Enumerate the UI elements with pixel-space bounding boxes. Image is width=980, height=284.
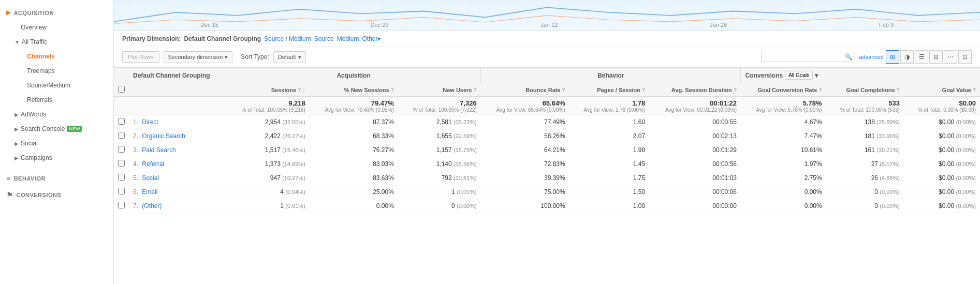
- sidebar-item-social[interactable]: ▶ Social: [0, 136, 113, 151]
- row-new-sessions: 83.63%: [310, 171, 398, 185]
- channel-link[interactable]: Direct: [142, 118, 158, 126]
- row-checkbox[interactable]: [118, 174, 125, 181]
- row-goal-completions: 26 (4.88%): [826, 171, 904, 185]
- select-all-header[interactable]: [114, 83, 129, 97]
- source-medium-link[interactable]: Source / Medium: [264, 35, 311, 42]
- select-all-checkbox[interactable]: [118, 86, 125, 93]
- row-checkbox-cell[interactable]: [114, 185, 129, 199]
- row-checkbox[interactable]: [118, 146, 125, 153]
- row-channel: 3. Paid Search: [129, 143, 227, 157]
- sidebar-item-search-console[interactable]: ▶ Search Console NEW: [0, 122, 113, 136]
- avg-session-info-icon: ?: [734, 87, 737, 93]
- sidebar-item-overview[interactable]: Overview: [0, 20, 113, 35]
- sidebar-behavior-header[interactable]: ≡ BEHAVIOR: [0, 170, 113, 187]
- row-new-sessions: 87.37%: [310, 115, 398, 129]
- sort-type-dropdown[interactable]: Default ▾: [273, 51, 306, 63]
- sidebar-item-adwords[interactable]: ▶ AdWords: [0, 107, 113, 122]
- channel-link[interactable]: Organic Search: [142, 132, 185, 140]
- row-checkbox[interactable]: [118, 160, 125, 167]
- social-label: Social: [21, 140, 38, 147]
- channel-link[interactable]: Email: [142, 188, 157, 196]
- sidebar-item-treemaps[interactable]: Treemaps: [0, 64, 113, 78]
- toolbar: Plot Rows Secondary dimension ▾ Sort Typ…: [114, 47, 980, 67]
- col-header-goal-value[interactable]: Goal Value ?: [904, 83, 980, 97]
- row-goal-value: $0.00 (0.00%): [904, 143, 980, 157]
- row-number: 7.: [133, 202, 138, 210]
- row-sessions-pct: (14.89%): [282, 161, 305, 167]
- list-view-button[interactable]: ☰: [915, 50, 928, 64]
- col-header-goal-completions[interactable]: Goal Completions ?: [826, 83, 904, 97]
- row-checkbox-cell[interactable]: [114, 129, 129, 143]
- totals-label: [129, 97, 227, 115]
- table-view-button[interactable]: ⊟: [929, 50, 943, 64]
- row-bounce-rate: 39.39%: [481, 171, 569, 185]
- row-goal-value: $0.00 (0.00%): [904, 129, 980, 143]
- col-header-new-sessions[interactable]: % New Sessions ?: [310, 83, 398, 97]
- row-pages-session: 1.98: [569, 143, 649, 157]
- row-checkbox-cell[interactable]: [114, 143, 129, 157]
- row-pages-session: 2.07: [569, 129, 649, 143]
- channel-link[interactable]: Paid Search: [142, 146, 175, 154]
- row-pages-session: 1.45: [569, 157, 649, 171]
- new-sessions-info-icon: ?: [391, 87, 394, 93]
- row-goal-value-pct: (0.00%): [956, 119, 976, 125]
- row-bounce-rate: 58.26%: [481, 129, 569, 143]
- all-goals-chevron-icon: ▾: [815, 72, 818, 79]
- sidebar-item-source-medium[interactable]: Source/Medium: [0, 78, 113, 93]
- totals-new-sessions-value: 79.47%: [314, 99, 394, 107]
- plot-rows-button[interactable]: Plot Rows: [122, 51, 159, 63]
- row-sessions: 2,422 (26.27%): [227, 129, 310, 143]
- grid-view-button[interactable]: ⊞: [886, 50, 899, 64]
- source-link[interactable]: Source: [314, 35, 334, 42]
- sidebar-item-all-traffic[interactable]: ▼ All Traffic: [0, 35, 113, 49]
- row-checkbox-cell[interactable]: [114, 171, 129, 185]
- channel-link[interactable]: Referral: [142, 160, 164, 168]
- row-checkbox[interactable]: [118, 118, 125, 125]
- scatter-icon: ⋯: [947, 53, 954, 61]
- row-checkbox-cell[interactable]: [114, 199, 129, 213]
- advanced-link[interactable]: advanced: [859, 54, 884, 60]
- row-goal-completions-pct: (25.89%): [876, 119, 900, 125]
- totals-goal-conv-rate: 5.78% Avg for View: 5.78% (0.00%): [741, 97, 826, 115]
- secondary-dimension-dropdown[interactable]: Secondary dimension ▾: [164, 51, 233, 63]
- scatter-view-button[interactable]: ⋯: [944, 50, 957, 64]
- sidebar-acquisition-header[interactable]: ▶ ACQUISITION: [0, 5, 113, 20]
- row-checkbox[interactable]: [118, 132, 125, 139]
- row-checkbox[interactable]: [118, 188, 125, 195]
- compare-view-button[interactable]: ⊡: [958, 50, 972, 64]
- row-checkbox[interactable]: [118, 202, 125, 208]
- medium-link[interactable]: Medium: [337, 35, 359, 42]
- pages-session-info-icon: ?: [642, 87, 645, 93]
- row-checkbox-cell[interactable]: [114, 157, 129, 171]
- channel-link[interactable]: (Other): [142, 202, 162, 210]
- row-checkbox-cell[interactable]: [114, 115, 129, 129]
- channel-link[interactable]: Social: [142, 174, 159, 182]
- row-goal-completions-pct: (0.00%): [880, 189, 900, 195]
- all-goals-button[interactable]: All Goals: [785, 71, 813, 80]
- col-header-goal-conv-rate[interactable]: Goal Conversion Rate ?: [741, 83, 826, 97]
- sidebar-item-channels[interactable]: Channels: [0, 49, 113, 64]
- sidebar-item-campaigns[interactable]: ▶ Campaigns: [0, 151, 113, 165]
- other-dropdown[interactable]: Other ▾: [362, 35, 381, 42]
- pie-view-button[interactable]: ◑: [900, 50, 914, 64]
- sort-chevron-icon: ▾: [298, 54, 301, 61]
- col-header-pages-session[interactable]: Pages / Session ?: [569, 83, 649, 97]
- sidebar-conversions-header[interactable]: ⚑ CONVERSIONS: [0, 187, 113, 203]
- search-input[interactable]: [761, 52, 854, 62]
- col-header-bounce-rate[interactable]: Bounce Rate ?: [481, 83, 569, 97]
- sidebar-item-referrals[interactable]: Referrals: [0, 93, 113, 107]
- search-console-arrow-icon: ▶: [14, 126, 19, 132]
- row-new-users-pct: (22.59%): [454, 133, 477, 139]
- totals-goal-value: $0.00 % of Total: 0.00% ($0.00): [904, 97, 980, 115]
- col-header-avg-session[interactable]: Avg. Session Duration ?: [649, 83, 741, 97]
- channels-label: Channels: [27, 53, 55, 60]
- col-header-new-users[interactable]: New Users ?: [398, 83, 481, 97]
- totals-avg-session-sub: Avg for View: 00:01:22 (0.00%): [653, 107, 737, 113]
- row-new-sessions: 68.33%: [310, 129, 398, 143]
- col-header-sessions[interactable]: Sessions ? ↓: [227, 83, 310, 97]
- row-goal-value: $0.00 (0.00%): [904, 157, 980, 171]
- behavior-icon: ≡: [6, 174, 11, 183]
- col-header-dimension: [129, 83, 227, 97]
- totals-new-users: 7,326 % of Total: 100.05% (7,322): [398, 97, 481, 115]
- row-goal-completions: 161 (30.21%): [826, 143, 904, 157]
